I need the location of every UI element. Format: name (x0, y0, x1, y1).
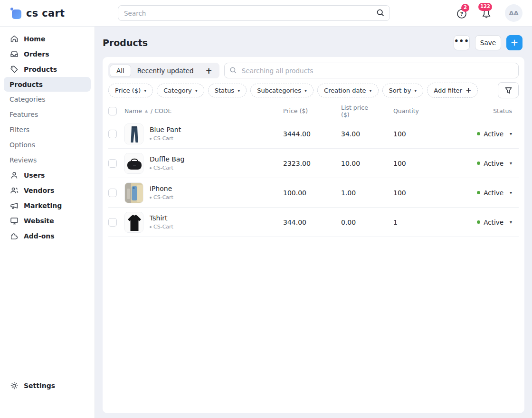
product-thumbnail-blue-pant[interactable] (124, 124, 143, 144)
tab-all[interactable]: All (110, 65, 131, 77)
product-name-link[interactable]: Duffle Bag (150, 155, 184, 163)
status-dropdown[interactable]: Active ▾ (477, 130, 512, 138)
product-quantity: 100 (377, 189, 430, 197)
sidebar-item-settings[interactable]: Settings (0, 378, 95, 393)
sort-ascending-icon[interactable]: ▲ (145, 109, 148, 113)
product-name-link[interactable]: Blue Pant (150, 126, 181, 133)
row-checkbox[interactable] (108, 130, 117, 138)
filter-subcategories[interactable]: Subcategories ▾ (250, 84, 314, 97)
sidebar-subitem-categories[interactable]: Categories (0, 92, 95, 107)
subitem-label-categories: Categories (10, 95, 45, 103)
product-price: 100.00 (258, 189, 314, 197)
table-row: Blue Pant CS-Cart 3444.00 34.00 100 Acti… (108, 119, 519, 149)
product-name-link[interactable]: iPhone (150, 185, 173, 192)
product-name-link[interactable]: Tshirt (150, 214, 173, 222)
help-button[interactable]: ? 2 (456, 7, 468, 19)
add-product-button[interactable]: + (506, 35, 522, 50)
product-price: 2323.00 (258, 160, 314, 167)
global-search (118, 5, 390, 21)
product-list-price: 10.00 (314, 160, 377, 167)
more-actions-button[interactable]: ••• (454, 35, 470, 50)
row-checkbox[interactable] (108, 189, 117, 197)
sidebar-subitem-reviews[interactable]: Reviews (0, 152, 95, 168)
products-toolbar: All Recently updated + (108, 63, 519, 78)
sidebar-subitem-products[interactable]: Products (4, 77, 91, 92)
status-active-dot (477, 191, 480, 194)
sidebar-subitem-features[interactable]: Features (0, 107, 95, 122)
product-price: 344.00 (258, 218, 314, 226)
filter-creation-date-label: Creation date (324, 87, 366, 94)
status-dropdown[interactable]: Active ▾ (477, 160, 512, 167)
view-tabs: All Recently updated + (108, 63, 219, 78)
filter-creation-date[interactable]: Creation date ▾ (317, 84, 378, 97)
brand-dot-icon (150, 167, 152, 169)
search-icon (229, 66, 238, 76)
status-active-dot (477, 132, 480, 135)
header-status[interactable]: Status (430, 107, 519, 114)
notifications-button[interactable]: 122 (480, 7, 493, 19)
filter-sort-by[interactable]: Sort by ▾ (382, 84, 424, 97)
main-content: Products ••• Save + All Recently updated… (95, 27, 532, 418)
table-row: iPhone CS-Cart 100.00 1.00 100 Active ▾ (108, 178, 519, 208)
header-quantity[interactable]: Quantity (377, 107, 430, 114)
sidebar-item-products[interactable]: Products (0, 62, 95, 77)
chevron-down-icon: ▾ (510, 161, 512, 166)
header-price[interactable]: Price ($) (258, 107, 314, 114)
sidebar-item-home[interactable]: Home (0, 31, 95, 47)
cs-cart-logo[interactable]: cs cart (0, 8, 118, 19)
chevron-down-icon: ▾ (238, 88, 240, 93)
sidebar-item-users[interactable]: Users (0, 168, 95, 183)
product-list-price: 1.00 (314, 189, 377, 197)
status-label: Active (484, 160, 504, 167)
sidebar: Home Orders Products Products Categories… (0, 27, 95, 418)
filter-price[interactable]: Price ($) ▾ (108, 84, 153, 97)
header-list-price[interactable]: List price ($) (314, 104, 377, 118)
subitem-label-reviews: Reviews (10, 156, 37, 164)
header-code[interactable]: / CODE (151, 107, 171, 114)
chevron-down-icon: ▾ (304, 88, 307, 93)
sidebar-subitem-filters[interactable]: Filters (0, 122, 95, 137)
sidebar-item-orders[interactable]: Orders (0, 47, 95, 62)
products-search (224, 63, 519, 78)
row-checkbox[interactable] (108, 159, 117, 168)
product-brand: CS-Cart (153, 135, 173, 142)
filter-status[interactable]: Status ▾ (208, 84, 247, 97)
status-label: Active (484, 130, 504, 138)
sidebar-label-orders: Orders (24, 50, 49, 58)
header-name[interactable]: Name (124, 107, 142, 114)
sidebar-item-website[interactable]: Website (0, 213, 95, 228)
sidebar-subitem-options[interactable]: Options (0, 137, 95, 152)
status-label: Active (484, 218, 504, 226)
help-badge: 2 (461, 4, 469, 12)
search-icon[interactable] (376, 8, 385, 19)
user-avatar[interactable]: AA (505, 4, 522, 22)
add-filter-button[interactable]: Add filter + (427, 83, 478, 98)
products-search-input[interactable] (224, 63, 519, 78)
add-tab-button[interactable]: + (200, 66, 218, 76)
settings-gear-icon (10, 381, 19, 390)
chevron-down-icon: ▾ (414, 88, 417, 93)
sidebar-item-vendors[interactable]: Vendors (0, 183, 95, 198)
sidebar-label-users: Users (24, 171, 45, 179)
funnel-icon (504, 86, 513, 95)
top-bar: cs cart ? 2 122 AA (0, 0, 532, 27)
chevron-down-icon: ▾ (510, 131, 512, 136)
sidebar-label-home: Home (24, 35, 45, 43)
products-tag-icon (10, 65, 19, 74)
brand-dot-icon (150, 138, 152, 140)
save-button[interactable]: Save (475, 35, 501, 50)
tab-recently-updated[interactable]: Recently updated (131, 65, 200, 76)
sidebar-item-addons[interactable]: Add-ons (0, 228, 95, 244)
global-search-input[interactable] (118, 5, 390, 21)
status-dropdown[interactable]: Active ▾ (477, 189, 512, 197)
row-checkbox[interactable] (108, 218, 117, 227)
products-card: All Recently updated + Price ($) ▾ Categ… (103, 57, 524, 413)
status-dropdown[interactable]: Active ▾ (477, 218, 512, 226)
filter-category[interactable]: Category ▾ (157, 84, 204, 97)
product-thumbnail-tshirt[interactable] (124, 212, 143, 233)
advanced-filter-button[interactable] (498, 82, 519, 98)
product-thumbnail-iphone[interactable] (124, 182, 143, 203)
sidebar-item-marketing[interactable]: Marketing (0, 198, 95, 213)
select-all-checkbox[interactable] (108, 107, 117, 115)
product-thumbnail-duffle-bag[interactable] (124, 153, 143, 174)
